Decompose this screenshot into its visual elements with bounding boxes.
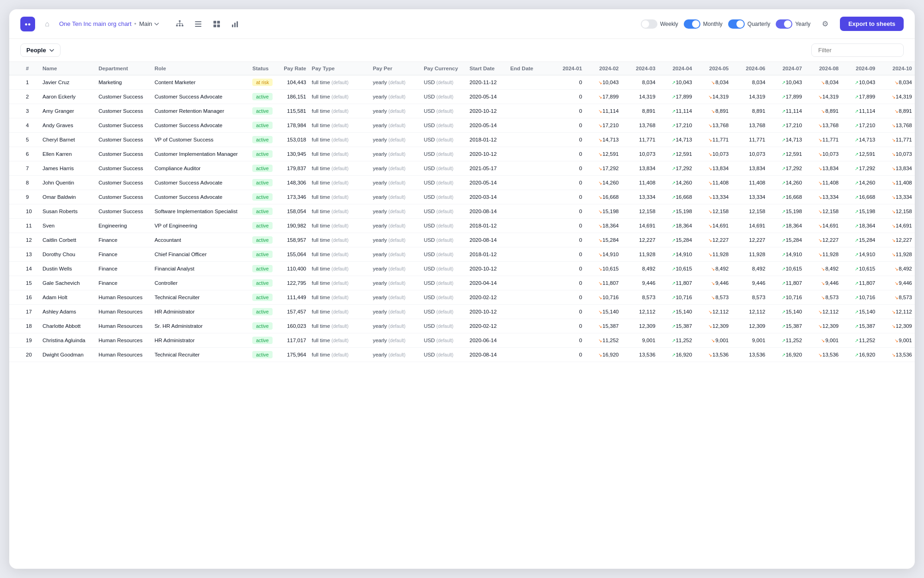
- row-pay-rate: 130,945: [278, 147, 309, 161]
- breadcrumb-separator: •: [134, 20, 137, 27]
- weekly-toggle-switch[interactable]: [641, 19, 657, 29]
- row-m04: ↗15,387: [658, 319, 695, 333]
- row-end-date: [507, 190, 548, 204]
- row-m08: ↘12,309: [805, 319, 841, 333]
- row-pay-currency: USD (default): [421, 247, 467, 262]
- row-pay-currency: USD (default): [421, 147, 467, 161]
- col-department: Department: [96, 62, 152, 75]
- row-m07: ↗15,140: [768, 305, 805, 319]
- list-view-icon[interactable]: [191, 17, 206, 31]
- chart-icon[interactable]: [228, 17, 243, 31]
- row-checkbox: [9, 305, 23, 319]
- quarterly-toggle-switch[interactable]: [728, 19, 745, 29]
- row-pay-type: full time (default): [309, 276, 370, 290]
- row-department: Customer Success: [96, 190, 152, 204]
- row-checkbox: [9, 190, 23, 204]
- yearly-toggle-switch[interactable]: [776, 19, 792, 29]
- row-checkbox: [9, 219, 23, 233]
- settings-icon[interactable]: ⚙: [818, 17, 833, 31]
- row-m03: 12,112: [621, 305, 658, 319]
- row-m10: ↘14,319: [878, 90, 915, 104]
- row-pay-per: yearly (default): [370, 147, 421, 161]
- row-number: 17: [23, 305, 40, 319]
- row-pay-rate: 148,306: [278, 176, 309, 190]
- row-pay-currency: USD (default): [421, 305, 467, 319]
- breadcrumb-branch[interactable]: Main: [139, 20, 159, 27]
- col-2024-02: 2024-02: [585, 62, 621, 75]
- row-name: Christina Agluinda: [40, 333, 96, 348]
- row-start-date: 2020-10-12: [467, 305, 507, 319]
- row-m05: ↘11,928: [695, 247, 731, 262]
- row-m07: ↗10,716: [768, 290, 805, 305]
- table-row: 18Charlotte AbbottHuman ResourcesSr. HR …: [9, 319, 915, 333]
- table-row: 14Dustin WellsFinanceFinancial Analystac…: [9, 262, 915, 276]
- table-view-icon[interactable]: [209, 17, 224, 31]
- row-checkbox: [9, 276, 23, 290]
- row-pay-per: yearly (default): [370, 305, 421, 319]
- row-m03: 14,691: [621, 219, 658, 233]
- row-pay-currency: USD (default): [421, 190, 467, 204]
- row-number: 8: [23, 176, 40, 190]
- filter-input[interactable]: [811, 43, 904, 57]
- row-m05: ↘8,891: [695, 104, 731, 118]
- col-2024-05: 2024-05: [695, 62, 731, 75]
- row-m09: ↗10,716: [841, 290, 878, 305]
- row-start-date: 2020-02-12: [467, 290, 507, 305]
- row-m02: ↘12,591: [585, 147, 621, 161]
- quarterly-label: Quarterly: [748, 21, 770, 27]
- org-chart-icon[interactable]: [172, 17, 187, 31]
- home-icon[interactable]: ⌂: [41, 18, 54, 31]
- row-status: active: [249, 104, 278, 118]
- svg-rect-17: [234, 23, 236, 27]
- row-m04: ↗15,284: [658, 233, 695, 247]
- table-row: 4Andy GravesCustomer SuccessCustomer Suc…: [9, 118, 915, 133]
- quarterly-toggle[interactable]: Quarterly: [728, 19, 770, 29]
- row-m08: ↘11,928: [805, 247, 841, 262]
- row-status: active: [249, 247, 278, 262]
- monthly-toggle-switch[interactable]: [684, 19, 700, 29]
- row-start-date: 2020-03-14: [467, 190, 507, 204]
- row-m01: 0: [548, 233, 585, 247]
- row-m06: 13,768: [731, 118, 768, 133]
- row-m03: 12,309: [621, 319, 658, 333]
- row-status: active: [249, 190, 278, 204]
- col-2024-01: 2024-01: [548, 62, 585, 75]
- col-pay-type: Pay Type: [309, 62, 370, 75]
- weekly-toggle[interactable]: Weekly: [641, 19, 678, 29]
- app-logo[interactable]: ●●: [20, 17, 35, 31]
- row-department: Human Resources: [96, 305, 152, 319]
- row-m05: ↘12,158: [695, 204, 731, 219]
- row-m02: ↘17,210: [585, 118, 621, 133]
- row-name: Sven: [40, 219, 96, 233]
- row-m07: ↗16,668: [768, 190, 805, 204]
- row-m03: 9,001: [621, 333, 658, 348]
- row-number: 1: [23, 75, 40, 90]
- row-start-date: 2020-10-12: [467, 104, 507, 118]
- row-m07: ↗15,387: [768, 319, 805, 333]
- row-role: Content Marketer: [152, 75, 249, 90]
- row-pay-type: full time (default): [309, 204, 370, 219]
- row-m08: ↘9,001: [805, 333, 841, 348]
- row-pay-type: full time (default): [309, 262, 370, 276]
- export-button[interactable]: Export to sheets: [840, 17, 904, 31]
- breadcrumb-org[interactable]: One Ten Inc main org chart: [59, 20, 132, 27]
- row-pay-per: yearly (default): [370, 247, 421, 262]
- row-m02: ↘18,364: [585, 219, 621, 233]
- row-end-date: [507, 333, 548, 348]
- row-pay-currency: USD (default): [421, 161, 467, 176]
- row-m05: ↘13,834: [695, 161, 731, 176]
- row-pay-per: yearly (default): [370, 190, 421, 204]
- row-m03: 8,492: [621, 262, 658, 276]
- row-m08: ↘8,034: [805, 75, 841, 90]
- row-m08: ↘13,834: [805, 161, 841, 176]
- row-m08: ↘11,408: [805, 176, 841, 190]
- people-dropdown[interactable]: People: [20, 43, 61, 57]
- row-pay-type: full time (default): [309, 161, 370, 176]
- table-row: 3Amy GrangerCustomer SuccessCustomer Ret…: [9, 104, 915, 118]
- yearly-toggle[interactable]: Yearly: [776, 19, 810, 29]
- row-end-date: [507, 161, 548, 176]
- monthly-toggle[interactable]: Monthly: [684, 19, 723, 29]
- row-pay-currency: USD (default): [421, 75, 467, 90]
- monthly-label: Monthly: [703, 21, 723, 27]
- row-m03: 11,928: [621, 247, 658, 262]
